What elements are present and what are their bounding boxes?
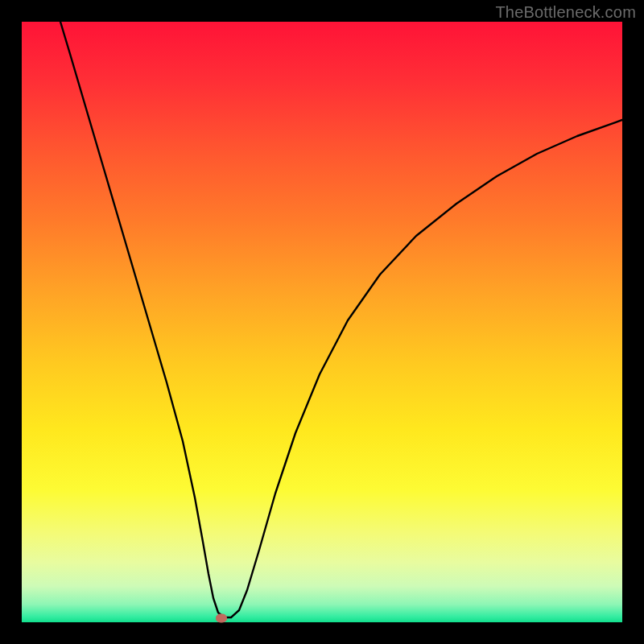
chart-frame: TheBottleneck.com bbox=[0, 0, 644, 644]
plot-area bbox=[22, 22, 622, 622]
bottleneck-curve bbox=[22, 22, 622, 622]
watermark-text: TheBottleneck.com bbox=[495, 3, 636, 22]
optimum-point-marker bbox=[216, 614, 227, 623]
